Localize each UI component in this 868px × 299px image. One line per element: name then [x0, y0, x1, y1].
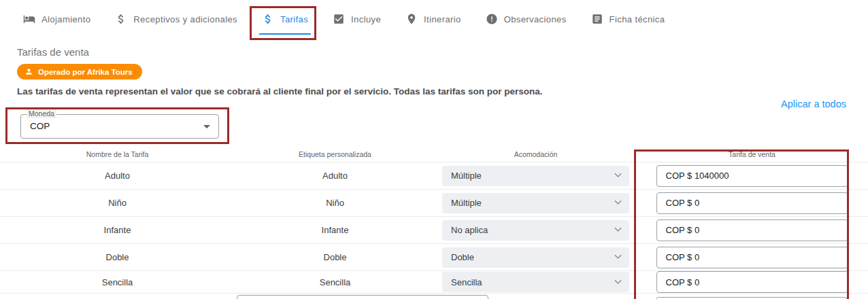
- bed-icon: [23, 13, 35, 25]
- tariff-name: Doble: [0, 252, 235, 262]
- tab-tarifas[interactable]: Tarifas: [259, 0, 311, 38]
- dollar-icon: [262, 13, 274, 25]
- tab-itinerario[interactable]: Itinerario: [403, 0, 464, 38]
- accommodation-select[interactable]: Doble: [442, 247, 629, 268]
- description-text: Las tarifas de venta representan el valo…: [17, 86, 543, 96]
- tariff-name: Adulto: [0, 171, 235, 181]
- operator-badge: Operado por Afrika Tours: [17, 64, 142, 80]
- table-row: Niño Niño Múltiple: [0, 189, 868, 216]
- table-row: Doble Doble Doble: [0, 243, 868, 270]
- column-header-rate: Tarifa de venta: [636, 150, 868, 158]
- tab-incluye[interactable]: Incluye: [330, 0, 384, 38]
- tarifas-page: Alojamiento Receptivos y adicionales Tar…: [0, 0, 868, 299]
- chevron-down-icon: [615, 171, 622, 177]
- rate-input[interactable]: [656, 165, 848, 187]
- page-title: Tarifas de venta: [17, 46, 89, 58]
- operator-badge-label: Operado por Afrika Tours: [38, 68, 133, 76]
- checkbox-icon: [333, 13, 345, 25]
- chevron-down-icon: [615, 252, 622, 259]
- rate-input[interactable]: [656, 247, 848, 268]
- table-row: Adulto Adulto Múltiple: [0, 162, 868, 189]
- tariff-table: Nombre de la Tarifa Etiqueta personaliza…: [0, 147, 868, 294]
- apply-all-link[interactable]: Aplicar a todos: [781, 99, 846, 109]
- document-icon: [591, 13, 603, 25]
- tab-bar: Alojamiento Receptivos y adicionales Tar…: [20, 0, 868, 38]
- custom-label: Sencilla: [235, 277, 435, 287]
- table-header-row: Nombre de la Tarifa Etiqueta personaliza…: [0, 147, 868, 162]
- column-header-accommodation: Acomodación: [435, 150, 636, 158]
- tariff-name: Sencilla: [0, 277, 235, 287]
- new-tariff-name-input[interactable]: [237, 295, 488, 299]
- tab-observaciones[interactable]: Observaciones: [483, 0, 569, 38]
- accommodation-select[interactable]: Sencilla: [442, 272, 629, 292]
- custom-label: Niño: [235, 198, 435, 208]
- table-row: Infante Infante No aplica: [0, 216, 868, 243]
- dollar-icon: [115, 13, 127, 25]
- column-header-name: Nombre de la Tarifa: [0, 150, 235, 158]
- tariff-name: Infante: [0, 225, 235, 235]
- tab-alojamiento[interactable]: Alojamiento: [20, 0, 93, 38]
- tariff-name: Niño: [0, 198, 235, 208]
- currency-select[interactable]: Moneda COP: [20, 114, 219, 139]
- person-icon: [24, 67, 33, 76]
- rate-input[interactable]: [656, 219, 848, 241]
- custom-label: Infante: [235, 225, 435, 235]
- rate-input[interactable]: [656, 271, 848, 293]
- tab-receptivos-y-adicionales[interactable]: Receptivos y adicionales: [112, 0, 240, 38]
- custom-label: Doble: [235, 252, 435, 262]
- table-row: Sencilla Sencilla Sencilla: [0, 270, 868, 294]
- accommodation-select[interactable]: No aplica: [442, 220, 629, 241]
- tab-ficha-técnica[interactable]: Ficha técnica: [588, 0, 668, 38]
- accommodation-select[interactable]: Múltiple: [442, 166, 629, 186]
- chevron-down-icon: [615, 198, 622, 205]
- error-icon: [486, 13, 498, 25]
- custom-label: Adulto: [235, 171, 435, 181]
- column-header-custom-label: Etiqueta personalizada: [235, 150, 435, 158]
- accommodation-select[interactable]: Múltiple: [442, 193, 629, 213]
- rate-input[interactable]: [656, 192, 848, 214]
- dropdown-arrow-icon: [203, 125, 210, 128]
- chevron-down-icon: [615, 225, 622, 232]
- pin-icon: [405, 13, 418, 25]
- chevron-down-icon: [615, 277, 622, 283]
- table-body: Adulto Adulto Múltiple Niño Niño Múltipl…: [0, 162, 868, 294]
- currency-value: COP: [30, 115, 50, 138]
